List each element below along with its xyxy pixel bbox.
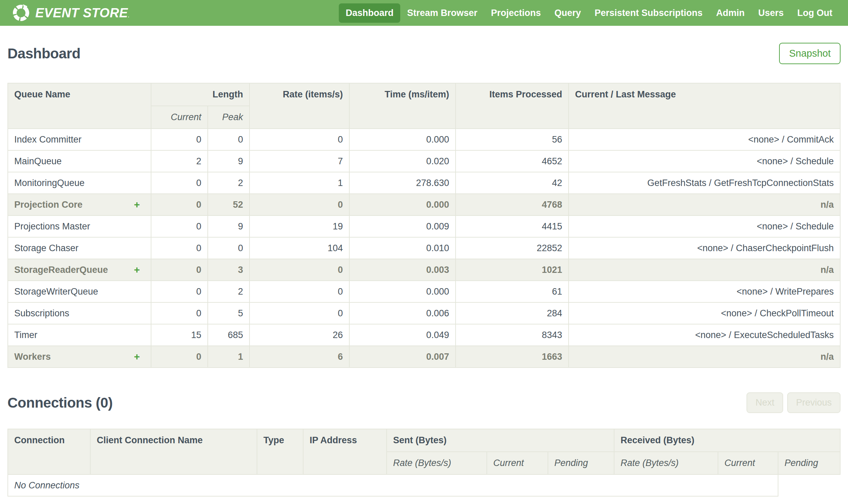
queue-rate: 104 [250, 237, 349, 259]
event-store-logo[interactable]: EVENT STORE. [12, 3, 129, 22]
queue-time: 0.006 [349, 302, 455, 324]
nav-item-users[interactable]: Users [751, 3, 790, 23]
column-sent-current: Current [487, 452, 548, 474]
queue-message: <none> / WritePrepares [569, 281, 840, 302]
queue-items-processed: 61 [455, 281, 569, 302]
queue-message: n/a [569, 259, 840, 281]
queue-row: Workers + 0 1 6 0.007 1663 n/a [8, 346, 840, 367]
queue-row: Projections Master 0 9 19 0.009 4415 <no… [8, 216, 840, 237]
no-connections-row: No Connections [8, 474, 840, 496]
column-received-rate: Rate (Bytes/s) [614, 452, 718, 474]
nav-item-projections[interactable]: Projections [484, 3, 547, 23]
queue-message: <none> / Schedule [569, 216, 840, 237]
queue-length-current: 0 [151, 194, 208, 216]
queue-rate: 26 [250, 324, 349, 346]
queue-time: 0.009 [349, 216, 455, 237]
queue-message: n/a [569, 194, 840, 216]
nav-item-log-out[interactable]: Log Out [791, 3, 839, 23]
nav-menu: DashboardStream BrowserProjectionsQueryP… [339, 3, 839, 23]
queue-rate: 0 [250, 302, 349, 324]
queue-items-processed: 1021 [455, 259, 569, 281]
queues-table-body: Index Committer 0 0 0 0.000 56 <none> / … [8, 129, 840, 367]
connections-table-header: Connection Client Connection Name Type I… [8, 429, 840, 474]
queue-time: 278.630 [349, 172, 455, 194]
page-title: Dashboard [7, 46, 80, 62]
queue-row: Timer 15 685 26 0.049 8343 <none> / Exec… [8, 324, 840, 346]
queue-name: Subscriptions [14, 308, 69, 319]
queue-name: Timer [14, 330, 37, 340]
connections-title: Connections (0) [7, 395, 113, 411]
snapshot-button[interactable]: Snapshot [779, 43, 841, 64]
queue-row: StorageWriterQueue 0 2 0 0.000 61 <none>… [8, 281, 840, 302]
brand-text: EVENT STORE. [35, 6, 129, 20]
connections-table-body: No Connections [8, 474, 840, 496]
queue-name-cell: MonitoringQueue [8, 172, 151, 194]
expand-plus-icon[interactable]: + [134, 351, 145, 362]
queue-length-peak: 5 [208, 302, 250, 324]
column-message: Current / Last Message [569, 83, 840, 129]
queue-items-processed: 56 [455, 129, 569, 150]
queue-row: MonitoringQueue 0 2 1 278.630 42 GetFres… [8, 172, 840, 194]
expand-plus-icon[interactable]: + [134, 199, 145, 211]
queue-items-processed: 22852 [455, 237, 569, 259]
queue-name: Index Committer [14, 134, 82, 145]
queue-name: Workers [14, 352, 51, 362]
queue-message: <none> / CheckPollTimeout [569, 302, 840, 324]
queue-length-peak: 1 [208, 346, 250, 367]
queue-name-cell: Workers + [8, 346, 151, 367]
queue-name-cell: Projections Master [8, 216, 151, 237]
column-client-connection-name: Client Connection Name [90, 429, 257, 474]
queue-rate: 19 [250, 216, 349, 237]
queue-time: 0.000 [349, 129, 455, 150]
no-connections-message: No Connections [8, 474, 778, 496]
queue-row: MainQueue 2 9 7 0.020 4652 <none> / Sche… [8, 150, 840, 172]
event-store-ring-icon [12, 3, 31, 22]
queue-rate: 0 [250, 129, 349, 150]
top-navbar: EVENT STORE. DashboardStream BrowserProj… [0, 0, 848, 26]
queue-name: Projections Master [14, 221, 90, 232]
column-items-processed: Items Processed [455, 83, 569, 129]
connections-table: Connection Client Connection Name Type I… [7, 429, 841, 497]
queue-length-peak: 52 [208, 194, 250, 216]
queue-row: Storage Chaser 0 0 104 0.010 22852 <none… [8, 237, 840, 259]
queue-name: MonitoringQueue [14, 178, 85, 188]
nav-item-admin[interactable]: Admin [709, 3, 751, 23]
queue-row: Subscriptions 0 5 0 0.006 284 <none> / C… [8, 302, 840, 324]
queue-time: 0.020 [349, 150, 455, 172]
next-button[interactable]: Next [746, 392, 783, 413]
column-length-current: Current [151, 106, 208, 129]
queue-message: <none> / Schedule [569, 150, 840, 172]
queues-table-header: Queue Name Length Rate (items/s) Time (m… [8, 83, 840, 129]
queue-length-current: 0 [151, 346, 208, 367]
queue-name-cell: Storage Chaser [8, 237, 151, 259]
queue-length-current: 0 [151, 172, 208, 194]
queue-length-current: 0 [151, 302, 208, 324]
queue-items-processed: 4768 [455, 194, 569, 216]
column-sent-bytes: Sent (Bytes) [387, 429, 614, 452]
nav-item-persistent-subscriptions[interactable]: Persistent Subscriptions [588, 3, 709, 23]
queue-time: 0.003 [349, 259, 455, 281]
expand-plus-icon[interactable]: + [134, 264, 145, 275]
nav-item-query[interactable]: Query [547, 3, 588, 23]
queue-items-processed: 42 [455, 172, 569, 194]
queue-name-cell: Projection Core + [8, 194, 151, 216]
queue-message: <none> / ChaserCheckpointFlush [569, 237, 840, 259]
queue-length-peak: 9 [208, 150, 250, 172]
previous-button[interactable]: Previous [787, 392, 841, 413]
queue-message: GetFreshStats / GetFreshTcpConnectionSta… [569, 172, 840, 194]
queue-items-processed: 1663 [455, 346, 569, 367]
nav-item-stream-browser[interactable]: Stream Browser [400, 3, 484, 23]
queue-name-cell: Subscriptions [8, 302, 151, 324]
queue-name-cell: StorageWriterQueue [8, 281, 151, 302]
queue-name: StorageReaderQueue [14, 265, 108, 275]
queue-items-processed: 284 [455, 302, 569, 324]
queue-length-peak: 2 [208, 172, 250, 194]
queue-length-current: 2 [151, 150, 208, 172]
column-ip-address: IP Address [303, 429, 387, 474]
queue-time: 0.000 [349, 281, 455, 302]
connections-header: Connections (0) Next Previous [7, 392, 841, 413]
nav-item-dashboard[interactable]: Dashboard [339, 3, 400, 23]
column-rate: Rate (items/s) [250, 83, 349, 129]
column-queue-name: Queue Name [8, 83, 151, 129]
queue-message: n/a [569, 346, 840, 367]
